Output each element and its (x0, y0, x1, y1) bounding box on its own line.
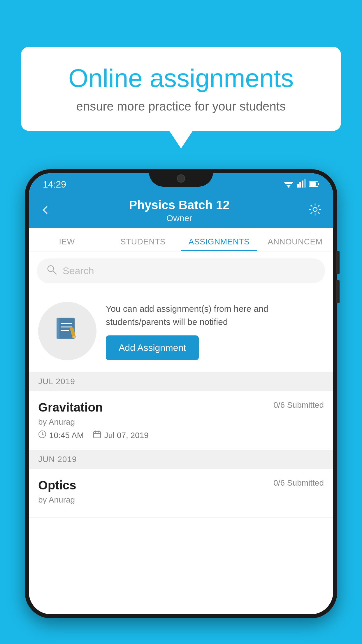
svg-line-13 (53, 271, 56, 274)
header-center: Physics Batch 12 Owner (129, 198, 230, 223)
speech-bubble-section: Online assignments ensure more practice … (21, 47, 341, 148)
assignment-item-optics[interactable]: Optics 0/6 Submitted by Anurag (29, 469, 333, 518)
front-camera (177, 174, 185, 183)
tab-announcements[interactable]: ANNOUNCEM (257, 237, 333, 251)
tab-assignments[interactable]: ASSIGNMENTS (181, 237, 257, 251)
phone-mockup: 14:29 (25, 169, 337, 644)
assignment-date: Jul 07, 2019 (93, 430, 149, 440)
volume-down-button (336, 280, 340, 303)
add-assignment-button[interactable]: Add Assignment (106, 335, 199, 360)
promo-section: You can add assignment(s) from here and … (29, 290, 333, 372)
promo-icon-circle (38, 302, 96, 360)
speech-bubble-arrow (169, 131, 193, 148)
status-time: 14:29 (43, 179, 66, 190)
search-box[interactable]: Search (37, 258, 325, 283)
month-separator-jun: JUN 2019 (29, 450, 333, 469)
svg-rect-7 (304, 179, 306, 188)
app-header: Physics Batch 12 Owner (29, 193, 333, 228)
assignment-submitted-2: 0/6 Submitted (273, 478, 324, 488)
clock-icon (38, 430, 46, 440)
header-subtitle: Owner (129, 213, 230, 223)
svg-rect-4 (297, 184, 299, 188)
speech-bubble-subtitle: ensure more practice for your students (44, 99, 318, 113)
wifi-icon (284, 179, 294, 190)
assignment-author: by Anurag (38, 417, 324, 427)
assignment-submitted: 0/6 Submitted (273, 400, 324, 410)
calendar-icon (93, 430, 101, 440)
search-icon (46, 264, 57, 277)
header-title: Physics Batch 12 (129, 198, 230, 212)
assignment-author-2: by Anurag (38, 495, 324, 505)
status-icons (284, 179, 319, 190)
tabs-container: IEW STUDENTS ASSIGNMENTS ANNOUNCEM (29, 228, 333, 251)
back-button[interactable] (41, 204, 50, 217)
settings-button[interactable] (309, 203, 321, 218)
svg-rect-6 (302, 181, 303, 188)
battery-icon (309, 180, 319, 189)
assignment-meta: 10:45 AM Jul 07, 2019 (38, 430, 324, 440)
assignment-item-gravitation[interactable]: Gravitation 0/6 Submitted by Anurag (29, 391, 333, 450)
tab-iew[interactable]: IEW (29, 237, 105, 251)
svg-rect-10 (310, 182, 316, 186)
assignment-title-2: Optics (38, 478, 76, 492)
promo-content: You can add assignment(s) from here and … (106, 302, 324, 360)
speech-bubble-card: Online assignments ensure more practice … (21, 47, 341, 131)
assignment-time-value: 10:45 AM (49, 431, 84, 440)
assignment-row-top-2: Optics 0/6 Submitted (38, 478, 324, 492)
svg-point-11 (313, 207, 317, 211)
notebook-icon (54, 315, 80, 347)
svg-rect-15 (57, 318, 59, 339)
phone-outer: 14:29 (25, 169, 337, 618)
promo-text: You can add assignment(s) from here and … (106, 302, 324, 328)
month-separator-jul: JUL 2019 (29, 372, 333, 391)
phone-notch (149, 169, 213, 187)
svg-rect-5 (299, 182, 301, 188)
search-placeholder: Search (63, 265, 94, 276)
svg-point-12 (48, 266, 54, 272)
assignment-title: Gravitation (38, 400, 103, 414)
phone-screen: 14:29 (29, 173, 333, 614)
assignment-time: 10:45 AM (38, 430, 84, 440)
speech-bubble-title: Online assignments (44, 64, 318, 92)
svg-rect-24 (94, 432, 101, 438)
signal-icon (297, 179, 306, 190)
volume-up-button (336, 251, 340, 274)
tab-students[interactable]: STUDENTS (105, 237, 181, 251)
assignment-date-value: Jul 07, 2019 (104, 431, 149, 440)
assignment-row-top: Gravitation 0/6 Submitted (38, 400, 324, 414)
svg-line-23 (42, 434, 44, 435)
search-section: Search (29, 251, 333, 290)
svg-rect-9 (318, 183, 319, 185)
